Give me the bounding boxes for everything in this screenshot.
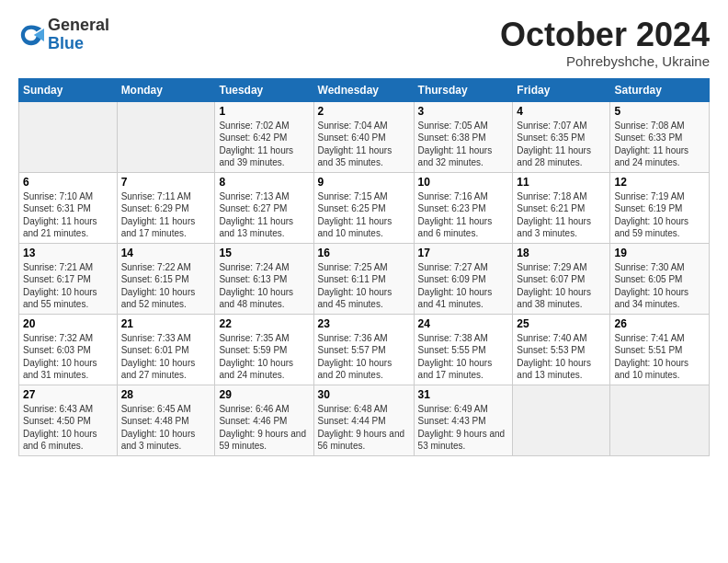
logo-icon xyxy=(18,22,44,48)
day-details: Sunrise: 7:29 AM Sunset: 6:07 PM Dayligh… xyxy=(517,261,606,311)
day-number: 29 xyxy=(219,388,309,401)
day-details: Sunrise: 7:04 AM Sunset: 6:40 PM Dayligh… xyxy=(318,120,410,169)
calendar-cell: 31Sunrise: 6:49 AM Sunset: 4:43 PM Dayli… xyxy=(414,385,513,455)
calendar-cell: 7Sunrise: 7:11 AM Sunset: 6:29 PM Daylig… xyxy=(117,172,215,243)
col-header-thursday: Thursday xyxy=(414,78,513,101)
calendar-cell: 5Sunrise: 7:08 AM Sunset: 6:33 PM Daylig… xyxy=(610,101,710,172)
day-number: 18 xyxy=(517,247,606,259)
calendar-week-5: 27Sunrise: 6:43 AM Sunset: 4:50 PM Dayli… xyxy=(19,385,710,455)
calendar-cell: 12Sunrise: 7:19 AM Sunset: 6:19 PM Dayli… xyxy=(610,172,710,243)
calendar-cell: 27Sunrise: 6:43 AM Sunset: 4:50 PM Dayli… xyxy=(19,385,118,455)
day-number: 9 xyxy=(318,176,410,189)
calendar-cell: 16Sunrise: 7:25 AM Sunset: 6:11 PM Dayli… xyxy=(313,243,414,314)
day-details: Sunrise: 7:40 AM Sunset: 5:53 PM Dayligh… xyxy=(517,332,606,382)
day-number: 23 xyxy=(318,317,410,330)
day-details: Sunrise: 7:27 AM Sunset: 6:09 PM Dayligh… xyxy=(418,261,509,311)
calendar-week-4: 20Sunrise: 7:32 AM Sunset: 6:03 PM Dayli… xyxy=(19,314,710,385)
calendar-cell: 4Sunrise: 7:07 AM Sunset: 6:35 PM Daylig… xyxy=(513,101,610,172)
day-details: Sunrise: 7:36 AM Sunset: 5:57 PM Dayligh… xyxy=(318,332,410,382)
calendar-cell: 9Sunrise: 7:15 AM Sunset: 6:25 PM Daylig… xyxy=(313,172,414,243)
page: General Blue October 2024 Pohrebyshche, … xyxy=(0,0,728,563)
calendar-cell: 15Sunrise: 7:24 AM Sunset: 6:13 PM Dayli… xyxy=(215,243,313,314)
day-details: Sunrise: 7:15 AM Sunset: 6:25 PM Dayligh… xyxy=(318,190,410,240)
day-number: 17 xyxy=(418,247,509,259)
day-number: 30 xyxy=(318,388,410,401)
day-number: 28 xyxy=(121,388,211,401)
day-number: 15 xyxy=(219,247,309,259)
calendar-cell: 20Sunrise: 7:32 AM Sunset: 6:03 PM Dayli… xyxy=(19,314,118,385)
day-details: Sunrise: 7:02 AM Sunset: 6:42 PM Dayligh… xyxy=(219,120,309,169)
logo-text: General Blue xyxy=(48,17,109,53)
calendar-cell xyxy=(610,385,710,455)
calendar-cell: 10Sunrise: 7:16 AM Sunset: 6:23 PM Dayli… xyxy=(414,172,513,243)
title-block: October 2024 Pohrebyshche, Ukraine xyxy=(500,17,710,69)
calendar-cell: 22Sunrise: 7:35 AM Sunset: 5:59 PM Dayli… xyxy=(215,314,313,385)
day-number: 3 xyxy=(418,105,509,118)
day-number: 10 xyxy=(418,176,509,189)
col-header-wednesday: Wednesday xyxy=(313,78,414,101)
day-details: Sunrise: 7:10 AM Sunset: 6:31 PM Dayligh… xyxy=(23,190,113,240)
day-number: 11 xyxy=(517,176,606,189)
day-number: 1 xyxy=(219,105,309,118)
day-number: 12 xyxy=(614,176,705,189)
calendar-cell: 18Sunrise: 7:29 AM Sunset: 6:07 PM Dayli… xyxy=(513,243,610,314)
day-number: 7 xyxy=(121,176,211,189)
day-details: Sunrise: 7:35 AM Sunset: 5:59 PM Dayligh… xyxy=(219,332,309,382)
calendar-cell: 26Sunrise: 7:41 AM Sunset: 5:51 PM Dayli… xyxy=(610,314,710,385)
day-details: Sunrise: 7:11 AM Sunset: 6:29 PM Dayligh… xyxy=(121,190,211,240)
logo-line1: General xyxy=(48,17,109,35)
day-details: Sunrise: 6:45 AM Sunset: 4:48 PM Dayligh… xyxy=(121,403,211,453)
calendar-cell xyxy=(19,101,118,172)
calendar-cell: 8Sunrise: 7:13 AM Sunset: 6:27 PM Daylig… xyxy=(215,172,313,243)
day-number: 21 xyxy=(121,317,211,330)
day-number: 31 xyxy=(418,388,509,401)
day-number: 16 xyxy=(318,247,410,259)
day-details: Sunrise: 7:41 AM Sunset: 5:51 PM Dayligh… xyxy=(614,332,705,382)
calendar-cell: 21Sunrise: 7:33 AM Sunset: 6:01 PM Dayli… xyxy=(117,314,215,385)
day-number: 5 xyxy=(614,105,705,118)
calendar-cell: 6Sunrise: 7:10 AM Sunset: 6:31 PM Daylig… xyxy=(19,172,118,243)
day-details: Sunrise: 7:07 AM Sunset: 6:35 PM Dayligh… xyxy=(517,120,606,169)
calendar-cell xyxy=(513,385,610,455)
day-number: 8 xyxy=(219,176,309,189)
day-details: Sunrise: 6:48 AM Sunset: 4:44 PM Dayligh… xyxy=(318,403,410,453)
day-number: 2 xyxy=(318,105,410,118)
location-subtitle: Pohrebyshche, Ukraine xyxy=(500,53,710,69)
day-details: Sunrise: 7:21 AM Sunset: 6:17 PM Dayligh… xyxy=(23,261,113,311)
day-number: 19 xyxy=(614,247,705,259)
col-header-monday: Monday xyxy=(117,78,215,101)
day-number: 13 xyxy=(23,247,113,259)
day-details: Sunrise: 7:25 AM Sunset: 6:11 PM Dayligh… xyxy=(318,261,410,311)
calendar-cell: 25Sunrise: 7:40 AM Sunset: 5:53 PM Dayli… xyxy=(513,314,610,385)
calendar-cell: 29Sunrise: 6:46 AM Sunset: 4:46 PM Dayli… xyxy=(215,385,313,455)
day-details: Sunrise: 7:16 AM Sunset: 6:23 PM Dayligh… xyxy=(418,190,509,240)
calendar-cell: 3Sunrise: 7:05 AM Sunset: 6:38 PM Daylig… xyxy=(414,101,513,172)
day-details: Sunrise: 6:43 AM Sunset: 4:50 PM Dayligh… xyxy=(23,403,113,453)
logo-line2: Blue xyxy=(48,35,109,53)
day-details: Sunrise: 7:19 AM Sunset: 6:19 PM Dayligh… xyxy=(614,190,705,240)
header: General Blue October 2024 Pohrebyshche, … xyxy=(18,17,710,69)
day-details: Sunrise: 6:49 AM Sunset: 4:43 PM Dayligh… xyxy=(418,403,509,453)
day-details: Sunrise: 7:33 AM Sunset: 6:01 PM Dayligh… xyxy=(121,332,211,382)
calendar-cell: 1Sunrise: 7:02 AM Sunset: 6:42 PM Daylig… xyxy=(215,101,313,172)
calendar-cell xyxy=(117,101,215,172)
day-details: Sunrise: 7:22 AM Sunset: 6:15 PM Dayligh… xyxy=(121,261,211,311)
calendar-cell: 30Sunrise: 6:48 AM Sunset: 4:44 PM Dayli… xyxy=(313,385,414,455)
col-header-tuesday: Tuesday xyxy=(215,78,313,101)
calendar-week-2: 6Sunrise: 7:10 AM Sunset: 6:31 PM Daylig… xyxy=(19,172,710,243)
calendar-cell: 14Sunrise: 7:22 AM Sunset: 6:15 PM Dayli… xyxy=(117,243,215,314)
day-number: 25 xyxy=(517,317,606,330)
col-header-sunday: Sunday xyxy=(19,78,118,101)
calendar-week-1: 1Sunrise: 7:02 AM Sunset: 6:42 PM Daylig… xyxy=(19,101,710,172)
calendar-cell: 17Sunrise: 7:27 AM Sunset: 6:09 PM Dayli… xyxy=(414,243,513,314)
calendar-header-row: SundayMondayTuesdayWednesdayThursdayFrid… xyxy=(19,78,710,101)
day-details: Sunrise: 7:30 AM Sunset: 6:05 PM Dayligh… xyxy=(614,261,705,311)
day-details: Sunrise: 7:18 AM Sunset: 6:21 PM Dayligh… xyxy=(517,190,606,240)
calendar-cell: 24Sunrise: 7:38 AM Sunset: 5:55 PM Dayli… xyxy=(414,314,513,385)
calendar-cell: 19Sunrise: 7:30 AM Sunset: 6:05 PM Dayli… xyxy=(610,243,710,314)
day-number: 27 xyxy=(23,388,113,401)
day-number: 6 xyxy=(23,176,113,189)
calendar-cell: 28Sunrise: 6:45 AM Sunset: 4:48 PM Dayli… xyxy=(117,385,215,455)
logo: General Blue xyxy=(18,17,109,53)
day-details: Sunrise: 7:32 AM Sunset: 6:03 PM Dayligh… xyxy=(23,332,113,382)
